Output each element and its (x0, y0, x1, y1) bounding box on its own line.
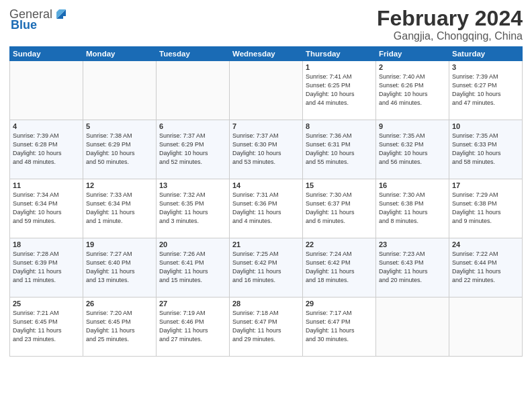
calendar-cell: 3Sunrise: 7:39 AM Sunset: 6:27 PM Daylig… (449, 61, 523, 120)
weekday-header-monday: Monday (83, 47, 157, 61)
calendar-cell: 24Sunrise: 7:22 AM Sunset: 6:44 PM Dayli… (449, 238, 523, 298)
weekday-header-sunday: Sunday (10, 47, 83, 61)
sub-title: Gangjia, Chongqing, China (377, 30, 523, 42)
page-container: General Blue February 2024 Gangjia, Chon… (0, 0, 532, 411)
day-info: Sunrise: 7:26 AM Sunset: 6:41 PM Dayligh… (159, 250, 226, 285)
calendar-cell: 10Sunrise: 7:35 AM Sunset: 6:33 PM Dayli… (449, 120, 523, 179)
logo: General Blue (9, 7, 69, 31)
calendar-cell: 2Sunrise: 7:40 AM Sunset: 6:26 PM Daylig… (376, 61, 449, 120)
day-number: 23 (379, 240, 446, 248)
day-number: 27 (159, 300, 226, 308)
calendar-week-row: 25Sunrise: 7:21 AM Sunset: 6:45 PM Dayli… (10, 298, 523, 357)
day-number: 2 (379, 63, 446, 71)
day-info: Sunrise: 7:36 AM Sunset: 6:31 PM Dayligh… (306, 132, 373, 167)
day-number: 17 (452, 181, 519, 189)
calendar-cell: 18Sunrise: 7:28 AM Sunset: 6:39 PM Dayli… (10, 238, 83, 298)
day-info: Sunrise: 7:35 AM Sunset: 6:32 PM Dayligh… (379, 132, 446, 167)
day-info: Sunrise: 7:37 AM Sunset: 6:29 PM Dayligh… (159, 132, 226, 167)
day-info: Sunrise: 7:34 AM Sunset: 6:34 PM Dayligh… (13, 191, 80, 226)
day-info: Sunrise: 7:41 AM Sunset: 6:25 PM Dayligh… (306, 73, 373, 107)
day-number: 22 (306, 240, 373, 248)
weekday-header-saturday: Saturday (449, 47, 523, 61)
day-info: Sunrise: 7:27 AM Sunset: 6:40 PM Dayligh… (86, 250, 153, 285)
calendar-cell (376, 298, 449, 357)
calendar-cell: 21Sunrise: 7:25 AM Sunset: 6:42 PM Dayli… (230, 238, 303, 298)
day-number: 10 (452, 122, 519, 130)
calendar-cell: 7Sunrise: 7:37 AM Sunset: 6:30 PM Daylig… (230, 120, 303, 179)
calendar-cell: 17Sunrise: 7:29 AM Sunset: 6:38 PM Dayli… (449, 179, 523, 238)
day-number: 25 (13, 300, 80, 308)
day-info: Sunrise: 7:28 AM Sunset: 6:39 PM Dayligh… (13, 250, 80, 285)
day-info: Sunrise: 7:37 AM Sunset: 6:30 PM Dayligh… (232, 132, 300, 167)
day-info: Sunrise: 7:21 AM Sunset: 6:45 PM Dayligh… (13, 309, 80, 344)
day-number: 15 (306, 181, 373, 189)
day-info: Sunrise: 7:22 AM Sunset: 6:44 PM Dayligh… (452, 250, 519, 285)
calendar-cell: 25Sunrise: 7:21 AM Sunset: 6:45 PM Dayli… (10, 298, 83, 357)
day-info: Sunrise: 7:39 AM Sunset: 6:28 PM Dayligh… (13, 132, 80, 167)
calendar-cell (449, 298, 523, 357)
day-number: 28 (232, 300, 300, 308)
calendar-cell (157, 61, 230, 120)
calendar-cell: 13Sunrise: 7:32 AM Sunset: 6:35 PM Dayli… (157, 179, 230, 238)
day-number: 5 (86, 122, 153, 130)
calendar-cell: 4Sunrise: 7:39 AM Sunset: 6:28 PM Daylig… (10, 120, 83, 179)
calendar-cell: 9Sunrise: 7:35 AM Sunset: 6:32 PM Daylig… (376, 120, 449, 179)
day-info: Sunrise: 7:18 AM Sunset: 6:47 PM Dayligh… (232, 309, 300, 344)
calendar-cell: 15Sunrise: 7:30 AM Sunset: 6:37 PM Dayli… (303, 179, 376, 238)
day-number: 20 (159, 240, 226, 248)
calendar-cell (10, 61, 83, 120)
day-info: Sunrise: 7:32 AM Sunset: 6:35 PM Dayligh… (159, 191, 226, 226)
day-number: 29 (306, 300, 373, 308)
title-block: February 2024 Gangjia, Chongqing, China (377, 7, 523, 42)
calendar-cell: 28Sunrise: 7:18 AM Sunset: 6:47 PM Dayli… (230, 298, 303, 357)
calendar-cell (230, 61, 303, 120)
calendar-week-row: 1Sunrise: 7:41 AM Sunset: 6:25 PM Daylig… (10, 61, 523, 120)
day-number: 21 (232, 240, 300, 248)
day-info: Sunrise: 7:35 AM Sunset: 6:33 PM Dayligh… (452, 132, 519, 167)
day-info: Sunrise: 7:33 AM Sunset: 6:34 PM Dayligh… (86, 191, 153, 226)
day-number: 6 (159, 122, 226, 130)
day-number: 16 (379, 181, 446, 189)
day-number: 1 (306, 63, 373, 71)
day-info: Sunrise: 7:31 AM Sunset: 6:36 PM Dayligh… (232, 191, 300, 226)
calendar-cell: 20Sunrise: 7:26 AM Sunset: 6:41 PM Dayli… (157, 238, 230, 298)
day-info: Sunrise: 7:19 AM Sunset: 6:46 PM Dayligh… (159, 309, 226, 344)
calendar-cell: 29Sunrise: 7:17 AM Sunset: 6:47 PM Dayli… (303, 298, 376, 357)
weekday-header-row: SundayMondayTuesdayWednesdayThursdayFrid… (10, 47, 523, 61)
day-info: Sunrise: 7:30 AM Sunset: 6:37 PM Dayligh… (306, 191, 373, 226)
main-title: February 2024 (377, 7, 523, 30)
calendar-cell: 23Sunrise: 7:23 AM Sunset: 6:43 PM Dayli… (376, 238, 449, 298)
day-info: Sunrise: 7:30 AM Sunset: 6:38 PM Dayligh… (379, 191, 446, 226)
day-number: 13 (159, 181, 226, 189)
day-number: 7 (232, 122, 300, 130)
calendar-week-row: 18Sunrise: 7:28 AM Sunset: 6:39 PM Dayli… (10, 238, 523, 298)
day-info: Sunrise: 7:24 AM Sunset: 6:42 PM Dayligh… (306, 250, 373, 285)
day-number: 19 (86, 240, 153, 248)
weekday-header-thursday: Thursday (303, 47, 376, 61)
calendar-cell: 12Sunrise: 7:33 AM Sunset: 6:34 PM Dayli… (83, 179, 157, 238)
logo-icon (54, 7, 69, 21)
calendar-cell: 6Sunrise: 7:37 AM Sunset: 6:29 PM Daylig… (157, 120, 230, 179)
day-number: 9 (379, 122, 446, 130)
day-number: 4 (13, 122, 80, 130)
day-number: 11 (13, 181, 80, 189)
day-number: 12 (86, 181, 153, 189)
day-number: 14 (232, 181, 300, 189)
calendar-table: SundayMondayTuesdayWednesdayThursdayFrid… (9, 46, 523, 357)
calendar-week-row: 4Sunrise: 7:39 AM Sunset: 6:28 PM Daylig… (10, 120, 523, 179)
calendar-cell: 22Sunrise: 7:24 AM Sunset: 6:42 PM Dayli… (303, 238, 376, 298)
day-info: Sunrise: 7:23 AM Sunset: 6:43 PM Dayligh… (379, 250, 446, 285)
calendar-cell: 19Sunrise: 7:27 AM Sunset: 6:40 PM Dayli… (83, 238, 157, 298)
calendar-cell: 11Sunrise: 7:34 AM Sunset: 6:34 PM Dayli… (10, 179, 83, 238)
calendar-cell: 14Sunrise: 7:31 AM Sunset: 6:36 PM Dayli… (230, 179, 303, 238)
day-info: Sunrise: 7:20 AM Sunset: 6:45 PM Dayligh… (86, 309, 153, 344)
calendar-cell: 27Sunrise: 7:19 AM Sunset: 6:46 PM Dayli… (157, 298, 230, 357)
day-info: Sunrise: 7:25 AM Sunset: 6:42 PM Dayligh… (232, 250, 300, 285)
day-info: Sunrise: 7:38 AM Sunset: 6:29 PM Dayligh… (86, 132, 153, 167)
calendar-cell: 26Sunrise: 7:20 AM Sunset: 6:45 PM Dayli… (83, 298, 157, 357)
day-info: Sunrise: 7:29 AM Sunset: 6:38 PM Dayligh… (452, 191, 519, 226)
day-number: 24 (452, 240, 519, 248)
day-info: Sunrise: 7:39 AM Sunset: 6:27 PM Dayligh… (452, 73, 519, 107)
calendar-cell: 8Sunrise: 7:36 AM Sunset: 6:31 PM Daylig… (303, 120, 376, 179)
calendar-cell: 16Sunrise: 7:30 AM Sunset: 6:38 PM Dayli… (376, 179, 449, 238)
